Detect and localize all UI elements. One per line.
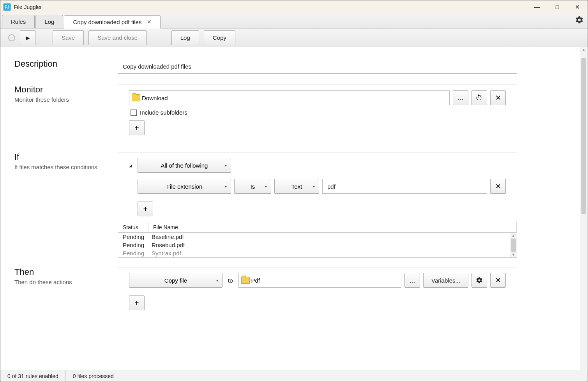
action-settings-button[interactable] xyxy=(471,273,487,288)
folder-name: Pdf xyxy=(251,277,260,284)
remove-action-button[interactable]: ✕ xyxy=(490,273,506,288)
statusbar: 0 of 31 rules enabled 0 files processed xyxy=(0,370,588,382)
column-status[interactable]: Status xyxy=(118,222,148,232)
button-label: Copy xyxy=(213,34,226,41)
tab-rules[interactable]: Rules xyxy=(2,15,35,28)
close-icon: ✕ xyxy=(495,276,501,285)
cell-filename: Syntrax.pdf xyxy=(148,250,517,256)
chevron-down-icon: ▾ xyxy=(265,184,267,189)
toolbar: ▶ Save Save and close Log Copy xyxy=(0,28,588,47)
tab-label: Copy downloaded pdf files xyxy=(73,19,141,25)
rule-enabled-radio[interactable] xyxy=(8,34,15,41)
chevron-down-icon: ▾ xyxy=(225,184,227,189)
chevron-down-icon: ▾ xyxy=(225,163,227,168)
condition-type-select[interactable]: Text ▾ xyxy=(274,179,319,194)
button-label: ... xyxy=(457,94,463,102)
vertical-scrollbar[interactable]: ▲ xyxy=(580,47,587,370)
log-button[interactable]: Log xyxy=(171,30,199,45)
monitor-sublabel: Monitor these folders xyxy=(14,96,110,103)
monitor-label: Monitor xyxy=(14,85,110,95)
close-window-button[interactable]: ✕ xyxy=(567,0,588,14)
condition-field-select[interactable]: File extension ▾ xyxy=(138,179,231,194)
select-value: Is xyxy=(251,183,255,190)
folder-name: Download xyxy=(142,95,168,101)
destination-folder-input[interactable]: Pdf xyxy=(238,273,402,288)
close-icon: ✕ xyxy=(495,94,501,102)
condition-group-select[interactable]: All of the following ▾ xyxy=(138,158,231,173)
app-icon: FJ xyxy=(4,4,11,11)
table-row[interactable]: Pending Syntrax.pdf xyxy=(118,249,517,257)
folder-icon xyxy=(241,277,250,284)
remove-condition-button[interactable]: ✕ xyxy=(490,179,506,194)
save-close-button[interactable]: Save and close xyxy=(88,30,147,45)
add-folder-button[interactable]: + xyxy=(129,120,145,135)
include-subfolders-label: Include subfolders xyxy=(140,109,187,116)
cell-status: Pending xyxy=(118,242,148,248)
folder-icon xyxy=(132,94,140,101)
close-icon: ✕ xyxy=(495,182,501,191)
button-label: Log xyxy=(180,34,190,41)
scroll-thumb[interactable] xyxy=(511,239,516,252)
run-button[interactable]: ▶ xyxy=(20,30,35,45)
if-sublabel: If files matches these conditions xyxy=(14,164,110,170)
content-area: Description Monitor Monitor these folder… xyxy=(0,47,588,370)
then-sublabel: Then do these actions xyxy=(14,279,110,285)
select-value: Copy file xyxy=(164,277,187,284)
cell-filename: Baseline.pdf xyxy=(148,233,517,240)
tab-label: Log xyxy=(44,18,54,25)
save-button[interactable]: Save xyxy=(53,30,84,45)
preview-table: Status File Name Pending Baseline.pdf Pe… xyxy=(118,222,517,258)
then-label: Then xyxy=(14,267,110,277)
collapse-triangle-icon[interactable]: ◢ xyxy=(129,163,132,168)
select-value: Text xyxy=(291,183,302,190)
minimize-button[interactable]: — xyxy=(527,0,547,14)
status-rules: 0 of 31 rules enabled xyxy=(0,370,66,382)
tab-log[interactable]: Log xyxy=(35,15,63,28)
add-action-button[interactable]: + xyxy=(129,295,145,310)
copy-button[interactable]: Copy xyxy=(204,30,235,45)
scroll-up-icon[interactable]: ▲ xyxy=(580,47,587,53)
add-condition-button[interactable]: + xyxy=(138,202,153,216)
remove-folder-button[interactable]: ✕ xyxy=(490,90,506,105)
status-files: 0 files processed xyxy=(66,370,121,382)
settings-gear-icon[interactable] xyxy=(575,16,584,27)
monitor-folder-input[interactable]: Download xyxy=(129,90,450,105)
chevron-down-icon: ▾ xyxy=(313,184,315,189)
maximize-button[interactable]: □ xyxy=(547,0,567,14)
button-label: Save xyxy=(62,34,75,41)
stopwatch-icon: ⏱ xyxy=(476,94,483,102)
titlebar: FJ File Juggler — □ ✕ xyxy=(0,0,588,14)
play-icon: ▶ xyxy=(26,35,30,41)
condition-value-input[interactable] xyxy=(322,179,487,194)
tab-active-rule[interactable]: Copy downloaded pdf files ✕ xyxy=(64,15,161,28)
browse-folder-button[interactable]: ... xyxy=(453,90,468,105)
column-filename[interactable]: File Name xyxy=(148,222,517,232)
condition-op-select[interactable]: Is ▾ xyxy=(234,179,271,194)
scroll-up-icon[interactable]: ▲ xyxy=(510,233,517,238)
scroll-thumb[interactable] xyxy=(581,58,586,214)
if-label: If xyxy=(14,152,110,162)
chevron-down-icon: ▾ xyxy=(216,278,218,283)
timer-button[interactable]: ⏱ xyxy=(471,90,487,105)
table-row[interactable]: Pending Rosebud.pdf xyxy=(118,241,517,249)
cell-status: Pending xyxy=(118,233,148,240)
button-label: Save and close xyxy=(97,34,138,41)
browse-dest-button[interactable]: ... xyxy=(404,273,420,288)
window-title: File Juggler xyxy=(14,4,42,10)
close-tab-icon[interactable]: ✕ xyxy=(147,19,152,25)
description-label: Description xyxy=(14,59,110,69)
button-label: Variables... xyxy=(431,277,460,284)
table-scrollbar[interactable]: ▲ ▼ xyxy=(510,233,517,257)
select-value: File extension xyxy=(166,183,203,190)
variables-button[interactable]: Variables... xyxy=(423,273,468,288)
to-label: to xyxy=(226,277,235,284)
include-subfolders-checkbox[interactable] xyxy=(131,110,137,116)
button-label: ... xyxy=(410,276,415,285)
tab-label: Rules xyxy=(11,18,26,25)
description-input[interactable] xyxy=(118,59,517,74)
cell-filename: Rosebud.pdf xyxy=(148,242,517,248)
table-row[interactable]: Pending Baseline.pdf xyxy=(118,233,517,241)
select-value: All of the following xyxy=(161,162,208,169)
action-select[interactable]: Copy file ▾ xyxy=(129,273,222,288)
scroll-down-icon[interactable]: ▼ xyxy=(510,252,517,257)
